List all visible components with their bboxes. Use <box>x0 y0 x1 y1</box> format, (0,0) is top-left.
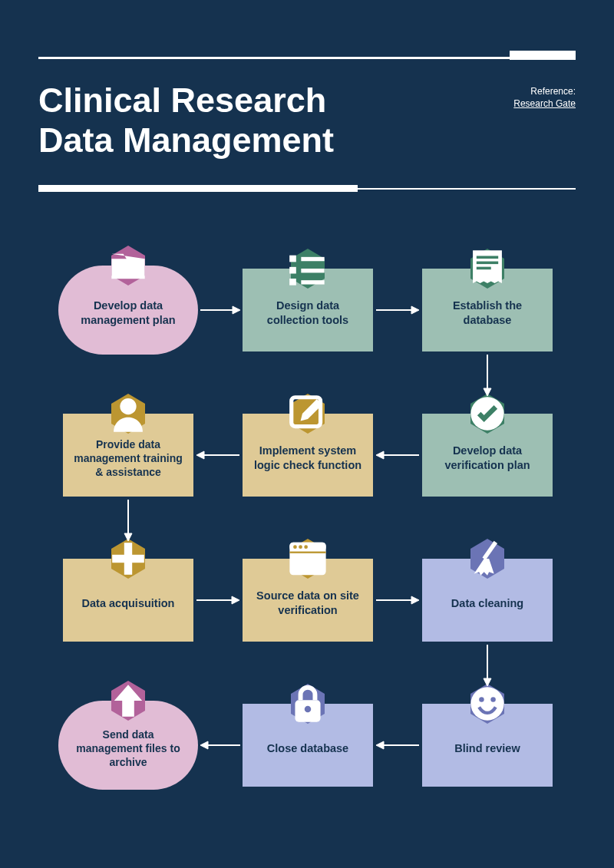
node-acquisition: Data acquisuition <box>63 559 193 642</box>
svg-rect-7 <box>477 256 498 259</box>
rule-top <box>38 57 576 59</box>
edit-icon <box>288 394 328 434</box>
svg-line-21 <box>484 542 496 559</box>
svg-marker-44 <box>484 678 491 686</box>
arrow <box>375 449 421 461</box>
svg-point-10 <box>120 398 136 414</box>
svg-marker-32 <box>484 388 491 396</box>
node-label: Data cleaning <box>451 596 523 611</box>
rule-bottom-thick <box>38 185 358 192</box>
arrow <box>375 739 421 751</box>
svg-point-26 <box>490 697 496 702</box>
svg-marker-40 <box>232 596 239 604</box>
node-archive: Send data management files to archive <box>58 701 198 790</box>
reference-label: Reference: <box>530 86 576 97</box>
svg-point-25 <box>479 697 484 702</box>
arrow <box>122 498 134 543</box>
node-label: Close database <box>267 741 348 756</box>
node-close-db: Close database <box>243 704 373 787</box>
node-label: Implement system logic check function <box>253 444 362 473</box>
node-verification-plan: Develop data verification plan <box>422 414 553 497</box>
node-design-tools: Design data collection tools <box>243 269 373 351</box>
user-icon <box>108 394 148 434</box>
list-icon <box>288 249 328 289</box>
title-line2: Data Management <box>38 120 334 160</box>
node-develop-plan: Develop data management plan <box>58 266 198 355</box>
check-icon <box>467 394 507 434</box>
plus-icon <box>108 539 148 579</box>
arrow <box>481 353 494 398</box>
svg-marker-42 <box>411 596 419 604</box>
node-label: Blind review <box>454 741 520 756</box>
svg-marker-30 <box>411 306 419 314</box>
title-line1: Clinical Research <box>38 81 326 120</box>
svg-point-24 <box>470 687 503 720</box>
svg-marker-36 <box>196 451 204 459</box>
arrow <box>199 739 242 751</box>
svg-rect-5 <box>289 279 296 285</box>
svg-rect-2 <box>301 257 324 261</box>
node-label: Source data on site verification <box>253 589 362 618</box>
node-label: Establish the database <box>433 299 542 328</box>
flowchart: Develop data management plan Design data… <box>0 238 614 868</box>
node-label: Develop data management plan <box>71 299 186 328</box>
svg-point-18 <box>299 545 302 549</box>
node-training: Provide data management training & assis… <box>63 414 193 497</box>
node-source-verify: Source data on site verification <box>243 559 373 642</box>
svg-marker-28 <box>233 306 240 314</box>
node-establish-db: Establish the database <box>422 269 553 351</box>
arrow <box>199 304 242 316</box>
lock-icon <box>288 684 328 724</box>
svg-marker-46 <box>376 741 384 749</box>
node-label: Data acquisuition <box>82 596 175 611</box>
arrow <box>195 594 241 606</box>
svg-marker-38 <box>124 533 132 541</box>
reference-link[interactable]: Research Gate <box>513 98 576 109</box>
svg-marker-48 <box>200 741 208 749</box>
svg-rect-3 <box>289 267 296 274</box>
arrow <box>481 643 494 688</box>
header: Clinical Research Data Management Refere… <box>0 0 614 160</box>
svg-rect-8 <box>477 262 498 265</box>
arrow <box>195 449 241 461</box>
svg-rect-20 <box>289 552 325 553</box>
upload-icon <box>108 681 148 721</box>
node-cleaning: Data cleaning <box>422 559 553 642</box>
svg-point-17 <box>293 545 297 549</box>
page-title: Clinical Research Data Management <box>38 81 576 160</box>
svg-rect-1 <box>289 256 296 262</box>
node-label: Design data collection tools <box>253 299 362 328</box>
svg-point-23 <box>305 706 312 713</box>
svg-rect-14 <box>112 555 144 563</box>
window-icon <box>288 539 328 579</box>
reference: Reference: Research Gate <box>513 86 576 109</box>
node-label: Send data management files to archive <box>71 728 186 770</box>
arrow <box>375 304 421 316</box>
svg-point-19 <box>304 545 308 549</box>
receipt-icon <box>467 249 507 289</box>
svg-marker-34 <box>376 451 384 459</box>
node-blind-review: Blind review <box>422 704 553 787</box>
svg-rect-4 <box>301 269 324 272</box>
arrow <box>375 594 421 606</box>
rule-top-accent <box>510 51 576 60</box>
node-label: Provide data management training & assis… <box>74 437 183 480</box>
broom-icon <box>467 539 507 579</box>
folder-icon <box>108 246 148 285</box>
node-label: Develop data verification plan <box>433 444 542 473</box>
svg-rect-6 <box>301 280 324 284</box>
svg-rect-9 <box>477 267 491 270</box>
node-logic-check: Implement system logic check function <box>243 414 373 497</box>
smile-icon <box>467 684 507 724</box>
